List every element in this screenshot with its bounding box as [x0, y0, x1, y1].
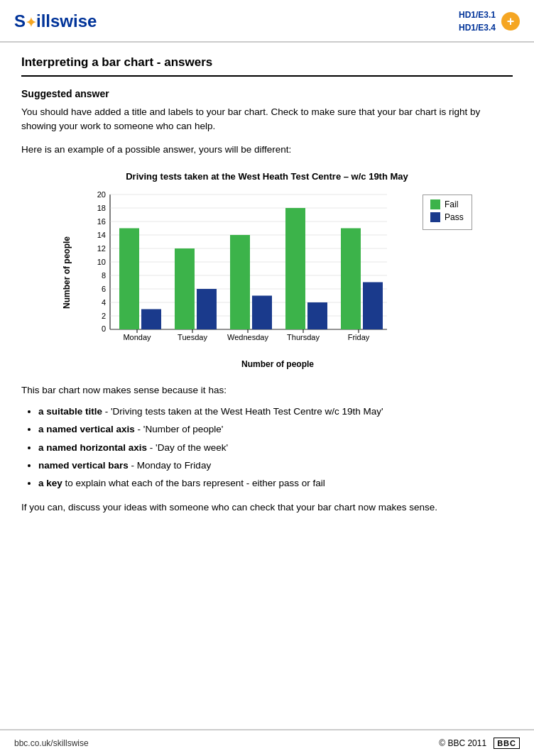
legend-fail-color — [430, 199, 440, 209]
bullet-bold-5: a key — [38, 478, 62, 488]
svg-text:6: 6 — [102, 284, 106, 292]
bullet-bold-3: a named horizontal axis — [38, 442, 147, 453]
bar-friday-pass — [363, 282, 383, 329]
svg-text:Tuesday: Tuesday — [178, 333, 207, 341]
bottom-text: This bar chart now makes sense because i… — [21, 383, 513, 398]
code2: HD1/E3.4 — [459, 23, 496, 33]
bar-tuesday-fail — [175, 248, 195, 329]
svg-text:Monday: Monday — [123, 333, 151, 341]
legend-pass: Pass — [430, 212, 464, 222]
bullet-bold-2: a named vertical axis — [38, 424, 135, 434]
header-codes: HD1/E3.1 HD1/E3.4 + — [459, 9, 520, 34]
svg-text:14: 14 — [97, 230, 106, 239]
bar-wednesday-pass — [252, 295, 272, 329]
x-axis-label: Number of people — [241, 359, 314, 369]
svg-text:Friday: Friday — [348, 333, 370, 341]
svg-text:Thursday: Thursday — [287, 333, 320, 341]
bullet-rest-5: to explain what each of the bars represe… — [65, 478, 325, 488]
bar-thursday-pass — [307, 302, 327, 329]
bar-thursday-fail — [285, 208, 305, 329]
bar-tuesday-pass — [197, 289, 217, 329]
intro-text: You should have added a title and labels… — [21, 105, 513, 134]
legend-fail-label: Fail — [445, 199, 458, 209]
page-title: Interpreting a bar chart - answers — [21, 55, 513, 77]
chart-container: Driving tests taken at the West Heath Te… — [21, 171, 513, 369]
bar-friday-fail — [341, 228, 361, 329]
svg-text:Wednesday: Wednesday — [227, 333, 268, 341]
list-item: a key to explain what each of the bars r… — [38, 476, 513, 491]
legend-pass-color — [430, 212, 440, 222]
y-axis-label: Number of people — [62, 202, 72, 344]
svg-text:0: 0 — [102, 324, 106, 333]
list-item: named vertical bars - Monday to Friday — [38, 459, 513, 473]
logo-star: ✦ — [26, 16, 36, 30]
bullet-bold-1: a suitable title — [38, 406, 102, 417]
bullet-bold-4: named vertical bars — [38, 460, 129, 471]
list-item: a suitable title - 'Driving tests taken … — [38, 405, 513, 419]
bullet-rest-3: - 'Day of the week' — [150, 442, 228, 453]
chart-wrapper: Number of people 0 — [62, 187, 472, 358]
svg-text:2: 2 — [102, 311, 106, 319]
bbc-logo: BBC — [494, 738, 520, 749]
content: Interpreting a bar chart - answers Sugge… — [0, 43, 534, 537]
code1: HD1/E3.1 — [459, 10, 496, 20]
bar-chart: 0 2 4 6 8 10 12 14 — [75, 187, 415, 358]
bullet-rest-2: - 'Number of people' — [138, 424, 224, 434]
copyright: © BBC 2011 — [439, 738, 486, 748]
section-title: Suggested answer — [21, 88, 513, 99]
legend: Fail Pass — [423, 195, 472, 230]
svg-text:8: 8 — [102, 270, 106, 279]
bullet-rest-1: - 'Driving tests taken at the West Heath… — [105, 406, 383, 417]
plus-icon: + — [501, 12, 520, 31]
legend-pass-label: Pass — [445, 212, 464, 222]
svg-text:20: 20 — [97, 190, 106, 198]
bullet-rest-4: - Monday to Friday — [131, 460, 212, 471]
svg-text:16: 16 — [97, 217, 106, 225]
footer-url: bbc.co.uk/skillswise — [14, 738, 89, 748]
svg-text:4: 4 — [102, 297, 106, 306]
svg-text:18: 18 — [97, 203, 106, 212]
bar-monday-fail — [119, 228, 139, 329]
final-text: If you can, discuss your ideas with some… — [21, 500, 513, 515]
chart-title: Driving tests taken at the West Heath Te… — [126, 171, 408, 182]
bullet-list: a suitable title - 'Driving tests taken … — [38, 405, 513, 491]
header: S✦illswise HD1/E3.1 HD1/E3.4 + — [0, 0, 534, 43]
bar-wednesday-fail — [230, 235, 250, 329]
logo-text: S✦illswise — [14, 11, 97, 31]
footer-right: © BBC 2011 BBC — [439, 738, 520, 749]
example-text: Here is an example of a possible answer,… — [21, 143, 513, 157]
footer: bbc.co.uk/skillswise © BBC 2011 BBC — [0, 729, 534, 756]
svg-text:12: 12 — [97, 243, 106, 252]
list-item: a named horizontal axis - 'Day of the we… — [38, 441, 513, 455]
bar-monday-pass — [141, 309, 161, 329]
chart-svg-wrapper: 0 2 4 6 8 10 12 14 — [75, 187, 472, 358]
logo: S✦illswise — [14, 11, 97, 31]
svg-text:10: 10 — [97, 257, 106, 265]
list-item: a named vertical axis - 'Number of peopl… — [38, 422, 513, 437]
codes-text: HD1/E3.1 HD1/E3.4 — [459, 9, 496, 34]
legend-fail: Fail — [430, 199, 464, 209]
